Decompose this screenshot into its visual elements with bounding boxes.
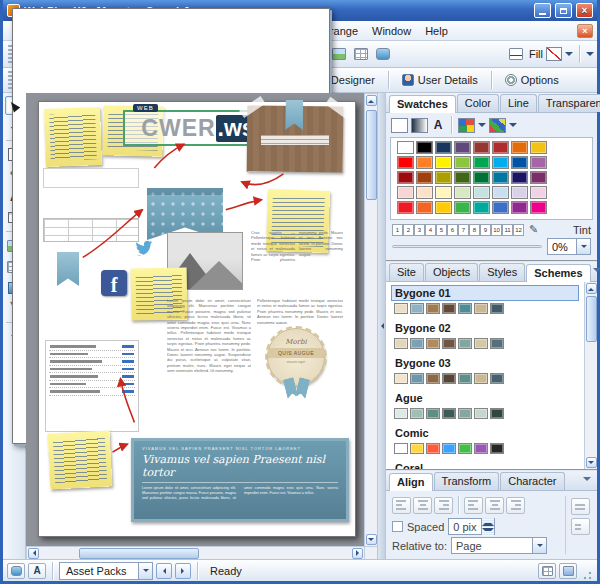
scheme-item-bygone-02[interactable]: Bygone 02 (389, 319, 581, 354)
tint-chip[interactable]: 7 (458, 224, 469, 236)
align-center-button[interactable] (413, 497, 432, 514)
tint-chip[interactable]: 11 (502, 224, 513, 236)
align-top-button[interactable] (464, 497, 483, 514)
color-swatch[interactable] (530, 186, 547, 199)
color-swatch[interactable] (473, 141, 490, 154)
color-swatch[interactable] (473, 201, 490, 214)
tab-schemes[interactable]: Schemes (526, 264, 590, 282)
color-swatch[interactable] (442, 408, 456, 419)
ribbon-bookmark[interactable] (285, 100, 303, 130)
horizontal-scroll-thumb[interactable] (79, 548, 199, 559)
sticky-note[interactable] (48, 430, 113, 489)
edit-tint-icon[interactable]: ✎ (529, 223, 538, 236)
asset-packs-combo[interactable]: Asset Packs (59, 562, 153, 580)
text-color-button[interactable]: A (431, 118, 445, 133)
distribute-vertical-button[interactable] (571, 518, 590, 535)
color-swatch[interactable] (458, 443, 472, 454)
asset-packs-dropdown[interactable] (138, 563, 152, 579)
distribute-horizontal-button[interactable] (571, 498, 590, 515)
scheme-scroll-thumb[interactable] (586, 296, 597, 342)
line-style-button[interactable] (506, 44, 526, 64)
scheme-item-comic[interactable]: Comic (389, 424, 581, 459)
pasteboard[interactable]: WEB CWER .ws (26, 93, 364, 546)
color-swatch[interactable] (442, 338, 456, 349)
side-text-frame[interactable]: Pellentesque habitant morbi tristique se… (257, 298, 343, 324)
color-swatch[interactable] (454, 201, 471, 214)
color-swatch[interactable] (530, 156, 547, 169)
color-swatch[interactable] (410, 408, 424, 419)
next-page-button[interactable] (175, 563, 191, 579)
sticky-note[interactable] (44, 107, 102, 167)
panel-menu-chevron[interactable] (583, 477, 591, 485)
color-swatch[interactable] (490, 373, 504, 384)
color-swatch[interactable] (458, 303, 472, 314)
menu-help[interactable]: Help (418, 23, 455, 39)
menu-window[interactable]: Window (365, 23, 418, 39)
color-swatch[interactable] (426, 373, 440, 384)
color-swatch[interactable] (474, 373, 488, 384)
twitter-bird-icon[interactable] (135, 236, 161, 258)
color-swatch[interactable] (394, 303, 408, 314)
color-swatch[interactable] (426, 443, 440, 454)
text-mode-button[interactable]: A (28, 563, 46, 579)
facebook-icon[interactable]: f (101, 270, 127, 296)
tint-chip[interactable]: 10 (491, 224, 502, 236)
color-swatch[interactable] (435, 186, 452, 199)
color-swatch[interactable] (394, 408, 408, 419)
scroll-down-button[interactable] (586, 457, 597, 468)
insert-shape-button[interactable] (373, 44, 393, 64)
color-swatch[interactable] (474, 303, 488, 314)
scroll-up-button[interactable] (366, 95, 377, 106)
color-swatch[interactable] (435, 141, 452, 154)
color-swatch[interactable] (458, 408, 472, 419)
article-text-frame[interactable]: Lorem ipsum dolor sit amet, consectetuer… (167, 298, 251, 448)
hintline-toggle-button[interactable] (559, 563, 577, 579)
chevron-down-icon[interactable] (478, 123, 486, 131)
tint-slider[interactable] (392, 245, 542, 248)
color-swatch[interactable] (473, 156, 490, 169)
tint-chip[interactable]: 5 (436, 224, 447, 236)
color-swatch[interactable] (473, 186, 490, 199)
tint-chip[interactable]: 8 (469, 224, 480, 236)
color-swatch[interactable] (530, 171, 547, 184)
options-button[interactable]: Options (497, 71, 567, 89)
align-right-button[interactable] (434, 497, 453, 514)
color-swatch[interactable] (458, 373, 472, 384)
color-swatch[interactable] (511, 141, 528, 154)
ribbon-bookmark[interactable] (57, 252, 79, 286)
minimize-button[interactable] (534, 3, 551, 18)
previous-page-button[interactable] (156, 563, 172, 579)
vertical-scrollbar[interactable] (364, 93, 377, 546)
insert-table-button[interactable] (351, 44, 371, 64)
color-swatch[interactable] (394, 373, 408, 384)
color-swatch[interactable] (492, 156, 509, 169)
color-swatch[interactable] (458, 338, 472, 349)
color-swatch[interactable] (410, 373, 424, 384)
spaced-checkbox[interactable] (392, 521, 403, 532)
document-close-button[interactable]: × (577, 24, 593, 38)
spin-up-button[interactable] (482, 519, 494, 527)
scheme-scrollbar[interactable] (584, 282, 597, 469)
color-swatch[interactable] (410, 338, 424, 349)
color-swatch[interactable] (474, 338, 488, 349)
color-swatch[interactable] (490, 443, 504, 454)
toolbar-overflow-chevron[interactable] (586, 52, 594, 60)
color-swatch[interactable] (490, 338, 504, 349)
copy-button[interactable] (113, 44, 133, 64)
color-swatch[interactable] (394, 443, 408, 454)
tint-chip[interactable]: 1 (392, 224, 403, 236)
tab-styles[interactable]: Styles (479, 263, 525, 281)
color-swatch[interactable] (511, 171, 528, 184)
relative-to-combo[interactable]: Page (451, 537, 547, 554)
vertical-scroll-thumb[interactable] (366, 110, 377, 200)
color-swatch[interactable] (397, 171, 414, 184)
tab-objects[interactable]: Objects (425, 263, 478, 281)
tab-character[interactable]: Character (500, 472, 564, 490)
color-swatch[interactable] (511, 186, 528, 199)
color-swatch[interactable] (492, 141, 509, 154)
color-swatch[interactable] (473, 171, 490, 184)
close-button[interactable]: × (576, 3, 593, 18)
spin-down-button[interactable] (482, 527, 494, 535)
color-swatch[interactable] (416, 141, 433, 154)
color-swatch[interactable] (454, 171, 471, 184)
